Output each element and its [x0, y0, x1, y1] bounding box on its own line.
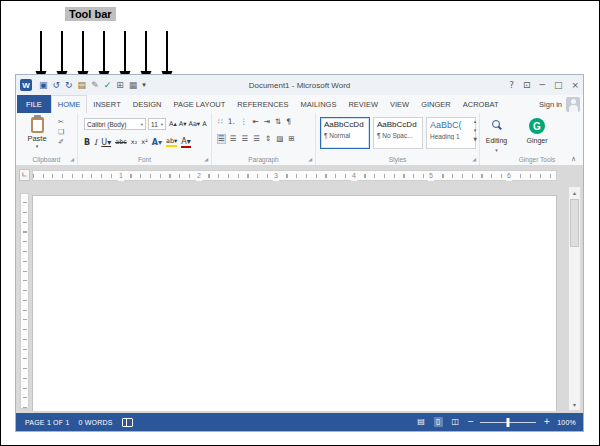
page-indicator[interactable]: PAGE 1 OF 1	[25, 419, 69, 426]
underline-button[interactable]: U▾	[101, 139, 111, 147]
italic-button[interactable]: I	[94, 139, 97, 147]
undo-icon[interactable]: ↺	[53, 81, 61, 90]
word-logo-icon[interactable]: W	[20, 79, 32, 91]
scroll-down-icon[interactable]: ▾	[569, 399, 580, 410]
tab-page-layout[interactable]: PAGE LAYOUT	[167, 95, 231, 113]
spelling-icon[interactable]: ✓	[104, 81, 112, 90]
ruler-number: 3	[273, 171, 279, 181]
zoom-level[interactable]: 100%	[557, 419, 576, 426]
style-normal[interactable]: AaBbCcDd ¶ Normal	[320, 117, 370, 149]
copy-icon[interactable]: ❏	[58, 129, 64, 136]
table-icon[interactable]: ▦	[129, 81, 138, 90]
multilevel-list-icon[interactable]: ⋮	[240, 118, 248, 126]
tab-file[interactable]: FILE	[17, 95, 51, 113]
tab-ginger[interactable]: GINGER	[415, 95, 457, 113]
tab-review[interactable]: REVIEW	[342, 95, 384, 113]
style-heading-1[interactable]: AaBbC( Heading 1	[426, 117, 476, 149]
font-size-select[interactable]: 11 ▾	[148, 118, 166, 130]
change-case-icon[interactable]: Aa▾	[188, 120, 200, 128]
close-icon[interactable]: ×	[571, 81, 579, 90]
subscript-button[interactable]: x₂	[131, 139, 137, 146]
collapse-ribbon-icon[interactable]: ∧	[571, 155, 576, 163]
font-name-select[interactable]: Calibri (Body) ▾	[84, 118, 146, 130]
paragraph-dialog-launcher-icon[interactable]: ◢	[308, 157, 312, 162]
zoom-out-icon[interactable]: ─	[468, 418, 473, 426]
zoom-in-icon[interactable]: +	[543, 418, 550, 426]
document-page[interactable]	[32, 195, 557, 411]
qat-customize-icon[interactable]: ▾	[142, 82, 146, 89]
shrink-font-icon[interactable]: A▾	[179, 120, 187, 128]
save-icon[interactable]: ▣	[39, 81, 48, 90]
screenshot: Tool bar W ▣ ↺ ↻ ▤ ✎ ✓ ⊞ ▦ ▾	[0, 0, 600, 446]
style-no-spacing[interactable]: AaBbCcDd ¶ No Spac...	[373, 117, 423, 149]
sign-in[interactable]: Sign in	[539, 95, 583, 113]
increase-indent-icon[interactable]: ⇥	[264, 118, 270, 126]
zoom-slider-thumb[interactable]	[507, 418, 510, 427]
scrollbar-thumb[interactable]	[570, 199, 579, 247]
tab-insert[interactable]: INSERT	[87, 95, 126, 113]
proofing-icon[interactable]	[122, 418, 133, 427]
redo-icon[interactable]: ↻	[65, 81, 73, 90]
word-count[interactable]: 0 WORDS	[78, 419, 112, 426]
paste-button[interactable]: Paste ▾	[21, 117, 53, 155]
maximize-icon[interactable]: □	[554, 81, 563, 90]
zoom-slider[interactable]	[480, 422, 536, 423]
styles-dialog-launcher-icon[interactable]: ◢	[472, 157, 476, 162]
clipboard-dialog-launcher-icon[interactable]: ◢	[70, 157, 74, 162]
help-icon[interactable]: ?	[509, 81, 514, 90]
tab-design[interactable]: DESIGN	[127, 95, 168, 113]
bold-button[interactable]: B	[84, 139, 90, 147]
font-dialog-launcher-icon[interactable]: ◢	[204, 157, 208, 162]
vertical-ruler[interactable]	[20, 193, 29, 409]
gallery-up-icon[interactable]: ▴	[474, 118, 477, 124]
gallery-more-icon[interactable]: ▼	[473, 136, 477, 142]
strikethrough-button[interactable]: abc	[115, 139, 127, 146]
draw-table-icon[interactable]: ✎	[91, 81, 99, 90]
align-right-icon[interactable]: ☰	[241, 135, 248, 143]
scroll-up-icon[interactable]: ▴	[569, 187, 580, 198]
justify-icon[interactable]: ☰	[253, 135, 260, 143]
format-painter-icon[interactable]: ✐	[58, 139, 64, 146]
bullets-icon[interactable]: ∷	[218, 118, 223, 126]
font-size-value: 11	[151, 121, 158, 128]
clear-formatting-icon[interactable]: A	[202, 120, 206, 128]
numbering-icon[interactable]: 1.	[228, 118, 235, 126]
align-center-icon[interactable]: ☰	[230, 135, 237, 143]
font-color-icon[interactable]: A▾	[181, 138, 191, 148]
avatar-icon[interactable]	[566, 97, 580, 112]
gallery-down-icon[interactable]: ▾	[474, 127, 477, 133]
highlight-color-icon[interactable]: ab▾	[166, 138, 177, 147]
cut-icon[interactable]: ✂	[58, 119, 64, 126]
open-icon[interactable]: ▤	[78, 81, 87, 90]
web-layout-icon[interactable]: ◫	[450, 417, 462, 427]
style-preview: AaBbCcDd	[377, 120, 419, 129]
ginger-button-label: Ginger	[513, 137, 561, 144]
borders-grid-icon[interactable]: ⊞	[288, 135, 294, 143]
line-spacing-icon[interactable]: ⇕	[265, 135, 271, 143]
read-mode-icon[interactable]: ▤	[415, 417, 427, 427]
vertical-scrollbar[interactable]: ▴ ▾	[568, 186, 581, 411]
show-hide-pilcrow-icon[interactable]: ¶	[286, 118, 291, 126]
tab-home[interactable]: HOME	[51, 95, 88, 113]
ribbon-display-options-icon[interactable]: ⊡	[523, 81, 531, 90]
tab-view[interactable]: VIEW	[384, 95, 415, 113]
editing-group[interactable]: Editing ▾	[480, 113, 513, 165]
tab-references[interactable]: REFERENCES	[231, 95, 294, 113]
print-layout-icon[interactable]: ▯	[434, 417, 443, 427]
font-group: Calibri (Body) ▾ 11 ▾ A▴ A▾ Aa▾ A B I U▾	[78, 113, 212, 165]
horizontal-ruler[interactable]: 1 2 3 4 5 6	[32, 170, 557, 181]
tab-selector[interactable]: ∟	[19, 169, 30, 181]
minimize-icon[interactable]: ─	[540, 81, 545, 90]
grow-font-icon[interactable]: A▴	[169, 120, 177, 128]
shading-icon[interactable]: ▨	[276, 135, 283, 143]
borders-icon[interactable]: ⊞	[116, 81, 124, 90]
title-bar: W ▣ ↺ ↻ ▤ ✎ ✓ ⊞ ▦ ▾ Document1 - Microsof…	[16, 75, 583, 95]
text-effects-icon[interactable]: A▾	[152, 139, 162, 147]
superscript-button[interactable]: x²	[141, 139, 147, 146]
align-left-icon[interactable]: ☰	[218, 135, 225, 143]
ginger-icon[interactable]: G	[529, 118, 545, 134]
tab-acrobat[interactable]: ACROBAT	[457, 95, 505, 113]
sort-icon[interactable]: ⇅	[275, 118, 281, 126]
tab-mailings[interactable]: MAILINGS	[295, 95, 343, 113]
decrease-indent-icon[interactable]: ⇤	[252, 118, 258, 126]
